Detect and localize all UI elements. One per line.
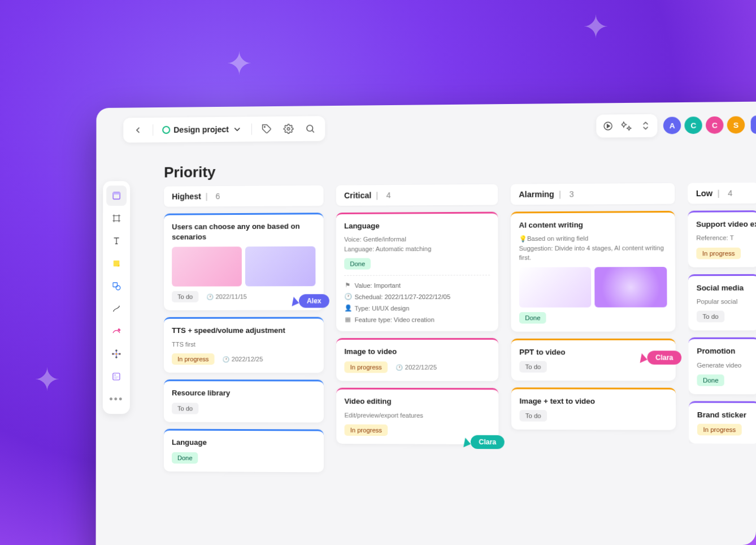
cursor-pointer-icon (288, 296, 299, 306)
collaborator-avatars: A C C S (663, 116, 745, 134)
card[interactable]: TTS + speed/volume adjustment TTS first … (164, 317, 324, 373)
settings-button[interactable] (280, 120, 298, 138)
card-subtitle: Popular social (697, 297, 751, 306)
tool-pen[interactable] (106, 321, 127, 341)
status-badge: Done (519, 312, 546, 323)
svg-rect-15 (114, 374, 116, 375)
column-critical: Critical | 4 Language Voice: Gentle/info… (336, 184, 499, 444)
presentation-tools (596, 114, 657, 138)
tool-more[interactable]: ••• (106, 389, 127, 409)
play-button[interactable] (598, 117, 617, 136)
topbar-left: Design project (123, 116, 325, 142)
column-alarming: Alarming | 3 AI content writing 💡Based o… (511, 183, 676, 430)
card[interactable]: Resource library To do (164, 379, 324, 422)
card[interactable]: Image to video In progress 2022/12/25 (336, 338, 498, 381)
tool-template[interactable] (106, 366, 127, 387)
tool-frame[interactable] (106, 208, 127, 228)
status-badge: In progress (345, 425, 388, 436)
card-subtitle: TTS first (172, 340, 315, 349)
card-title: AI content writing (519, 219, 667, 231)
avatar[interactable]: A (663, 117, 681, 135)
svg-point-11 (116, 357, 117, 358)
card[interactable]: Language Done (164, 429, 324, 473)
meta-value: ⚑Value: Important (344, 282, 490, 289)
card-thumbnails (172, 246, 315, 287)
card-meta-list: ⚑Value: Important 🕐Schedual: 2022/11/27-… (344, 275, 490, 323)
card[interactable]: Image + text to video To do (511, 387, 676, 430)
tool-text[interactable] (106, 231, 127, 251)
status-badge: In progress (344, 362, 388, 373)
project-selector[interactable]: Design project (159, 124, 246, 135)
share-button[interactable]: Share (751, 115, 756, 134)
card-date: 2022/11/15 (206, 293, 247, 300)
svg-point-13 (119, 353, 120, 354)
card-subtitle: Reference: T (696, 233, 751, 243)
column-name: Alarming (519, 189, 554, 199)
column-name: Highest (172, 192, 201, 201)
status-badge: To do (172, 291, 198, 302)
thumbnail (172, 247, 242, 287)
card-date: 2022/12/25 (396, 364, 437, 371)
expand-button[interactable] (636, 116, 655, 135)
app-window: Design project (95, 101, 756, 545)
status-badge: To do (172, 403, 198, 414)
meta-type: 👤Type: UI/UX design (344, 304, 490, 312)
svg-rect-14 (113, 373, 120, 380)
tool-connector[interactable] (106, 299, 127, 319)
card[interactable]: PPT to video To do Clara (511, 338, 676, 380)
status-badge: Done (344, 258, 371, 270)
collaborator-cursor: Alex (289, 294, 329, 308)
status-badge: To do (697, 311, 724, 323)
card[interactable]: Video editing Edit/preview/export featur… (336, 388, 498, 444)
column-highest: Highest | 6 Users can choose any one bas… (164, 185, 324, 473)
column-header[interactable]: Low | 4 (688, 183, 756, 204)
project-name-label: Design project (173, 125, 229, 135)
back-button[interactable] (129, 121, 147, 139)
thumbnail (519, 267, 592, 308)
search-button[interactable] (301, 119, 319, 137)
card[interactable]: Support video export to third-party plat… (688, 210, 756, 267)
column-header[interactable]: Highest | 6 (164, 185, 323, 207)
card-title: Brand sticker (697, 410, 752, 421)
column-name: Low (696, 189, 712, 198)
svg-point-12 (112, 353, 114, 354)
cloud-status-icon (162, 126, 170, 134)
sparkle-icon: ✦ (34, 361, 60, 398)
card-title: Promotion (697, 347, 751, 357)
flag-iconon.icon: ⚑ (344, 282, 351, 289)
tool-shape[interactable] (106, 276, 127, 296)
collaborator-cursor: Clara (461, 435, 504, 449)
card[interactable]: Social media Popular social To do (688, 274, 756, 331)
column-header[interactable]: Critical | 4 (336, 184, 498, 206)
magic-button[interactable] (618, 116, 636, 135)
thumbnail (245, 246, 316, 287)
status-badge: Done (697, 374, 724, 386)
card[interactable]: Language Voice: Gentle/informal Language… (336, 212, 498, 331)
tool-sticky-note[interactable] (106, 253, 127, 274)
tool-mindmap[interactable] (106, 344, 127, 364)
avatar[interactable]: C (706, 116, 724, 134)
collaborator-cursor: Clara (638, 351, 681, 365)
column-header[interactable]: Alarming | 3 (511, 183, 675, 205)
card-title: TTS + speed/volume adjustment (172, 326, 315, 336)
card[interactable]: Users can choose any one based on scenar… (164, 213, 324, 310)
meta-feature-type: ▦Feature type: Video creation (344, 315, 490, 323)
cursor-pointer-icon (460, 436, 471, 447)
card[interactable]: Brand sticker In progress (689, 401, 756, 444)
thumbnail (594, 267, 667, 308)
board-columns: Highest | 6 Users can choose any one bas… (164, 182, 756, 475)
svg-point-8 (116, 286, 120, 290)
avatar[interactable]: S (727, 116, 745, 133)
board-title: Priority (164, 163, 215, 181)
column-count: 6 (216, 192, 220, 201)
avatar[interactable]: C (684, 116, 702, 134)
column-low: Low | 4 Support video export to third-pa… (688, 183, 756, 444)
svg-point-10 (116, 350, 117, 351)
tool-card[interactable] (106, 185, 127, 206)
card[interactable]: Promotion Generate video Done (688, 338, 756, 394)
card[interactable]: AI content writing 💡Based on writing fie… (511, 211, 676, 331)
topbar-right: A C C S Share (596, 113, 756, 138)
status-badge: In progress (172, 353, 214, 365)
card-title: Language (344, 220, 490, 232)
tag-button[interactable] (258, 120, 276, 138)
